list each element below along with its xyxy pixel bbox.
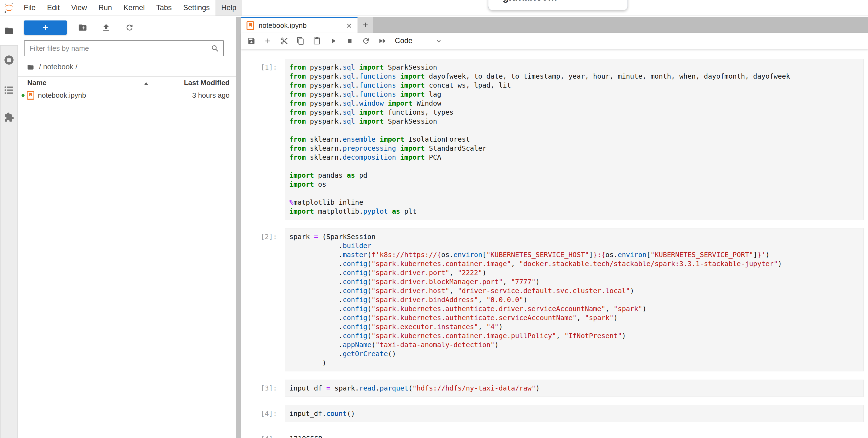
paste-cells-button[interactable] [309, 33, 325, 49]
code-line: .config("spark.kubernetes.container.imag… [289, 331, 859, 340]
filter-files-box [24, 40, 224, 56]
panel-splitter[interactable] [236, 17, 241, 438]
menu-tabs[interactable]: Tabs [151, 0, 178, 16]
menu-edit[interactable]: Edit [41, 0, 66, 16]
code-line [289, 126, 859, 135]
file-browser-toolbar [18, 20, 236, 35]
sidebar-tab-running-kernels[interactable] [1, 52, 18, 68]
restart-kernel-button[interactable] [358, 33, 374, 49]
interrupt-kernel-button[interactable] [341, 33, 358, 49]
restart-icon [362, 37, 370, 45]
run-cell-button[interactable] [325, 33, 341, 49]
copy-cells-button[interactable] [292, 33, 309, 49]
file-list-header: Name Last Modified [18, 77, 236, 89]
cell-type-select[interactable]: Code [395, 36, 412, 45]
code-line: from pyspark.sql.functions import lag [289, 90, 859, 99]
new-launcher-button[interactable] [24, 21, 67, 35]
chevron-down-icon[interactable] [435, 37, 442, 45]
menu-file[interactable]: File [18, 0, 41, 16]
code-editor[interactable]: input_df = spark.read.parquet("hdfs://hd… [285, 380, 864, 397]
plus-icon [362, 21, 369, 29]
save-button[interactable] [243, 33, 259, 49]
refresh-file-list-button[interactable] [122, 21, 137, 35]
code-line: from pyspark.sql.functions import concat… [289, 81, 859, 90]
code-line: .config("spark.driver.blockManager.port"… [289, 277, 859, 286]
code-line: from sklearn.preprocessing import Standa… [289, 144, 859, 153]
github-hover-popup: github.com [488, 0, 628, 10]
file-name: notebook.ipynb [38, 91, 86, 99]
upload-button[interactable] [98, 21, 114, 35]
sidebar-tab-extension-manager[interactable] [1, 109, 18, 126]
new-folder-button[interactable] [75, 21, 90, 35]
cell-input-prompt: [2]: [241, 228, 285, 241]
code-line: from sklearn.decomposition import PCA [289, 153, 859, 162]
file-list-item-notebook[interactable]: notebook.ipynb 3 hours ago [18, 90, 236, 101]
upload-icon [101, 23, 111, 32]
puzzle-icon [4, 112, 14, 122]
tab-title: notebook.ipynb [258, 21, 307, 30]
menu-bar: File Edit View Run Kernel Tabs Settings … [0, 0, 868, 16]
list-icon [4, 85, 14, 95]
restart-run-all-button[interactable] [374, 33, 391, 49]
plus-icon [41, 24, 50, 32]
sidebar-tab-file-browser[interactable] [1, 22, 18, 39]
menu-kernel[interactable]: Kernel [118, 0, 151, 16]
column-header-last-modified[interactable]: Last Modified [160, 79, 236, 87]
code-cell: [4]:input_df.count() [241, 405, 868, 422]
jupyterlab-window: { "menubar": { "items": ["File", "Edit",… [0, 0, 868, 438]
code-editor[interactable]: input_df.count() [285, 405, 864, 422]
notebook-toolbar: Code [241, 33, 868, 49]
notebook-content[interactable]: [1]:from pyspark.sql import SparkSession… [241, 50, 868, 438]
code-line: from pyspark.sql.window import Window [289, 99, 859, 108]
cell-input-prompt: [3]: [241, 380, 285, 393]
stop-circle-icon [4, 55, 14, 65]
menu-settings[interactable]: Settings [178, 0, 216, 16]
file-last-modified: 3 hours ago [86, 91, 236, 99]
search-icon [211, 44, 219, 53]
code-line: .config("spark.driver.port", "2222") [289, 268, 859, 277]
menu-help[interactable]: Help [215, 0, 242, 16]
code-line: from pyspark.sql import SparkSession [289, 63, 859, 72]
file-browser-panel: / notebook / Name Last Modified notebook… [18, 17, 236, 438]
refresh-icon [125, 23, 134, 32]
paste-icon [313, 37, 321, 45]
stop-icon [345, 37, 354, 45]
code-line: from pyspark.sql.functions import dayofw… [289, 72, 859, 81]
filter-files-input[interactable] [25, 41, 223, 56]
code-editor[interactable]: spark = (SparkSession .builder .master(f… [285, 228, 864, 372]
menu-run[interactable]: Run [93, 0, 118, 16]
code-line: .builder [289, 241, 859, 250]
folder-icon [4, 26, 14, 36]
code-line: .config("spark.driver.bindAddress", "0.0… [289, 295, 859, 304]
code-line: from pyspark.sql import functions, types [289, 108, 859, 117]
column-header-name[interactable]: Name [18, 77, 160, 89]
tab-notebook-ipynb[interactable]: notebook.ipynb [241, 17, 358, 33]
code-line: input_df = spark.read.parquet("hdfs://hd… [289, 384, 859, 393]
code-line: ) [289, 358, 859, 367]
output-text: 12106669 [285, 430, 864, 438]
code-line: .master(f'k8s://https://{os.environ["KUB… [289, 250, 859, 259]
jupyter-logo-icon [4, 1, 14, 14]
dock-tab-bar: notebook.ipynb [241, 17, 868, 33]
close-tab-icon[interactable] [345, 22, 352, 29]
code-line: .config("spark.driver.host", "driver-ser… [289, 286, 859, 295]
plus-icon [264, 37, 272, 45]
code-editor[interactable]: from pyspark.sql import SparkSessionfrom… [285, 59, 864, 220]
copy-icon [297, 37, 305, 45]
cut-cells-button[interactable] [276, 33, 292, 49]
code-line: import matplotlib.pyplot as plt [289, 207, 859, 216]
insert-cell-button[interactable] [259, 33, 276, 49]
code-line: from sklearn.ensemble import IsolationFo… [289, 135, 859, 144]
play-icon [329, 37, 337, 45]
output-prompt: [4]: [241, 430, 285, 438]
code-line [289, 189, 859, 198]
breadcrumb[interactable]: / notebook / [27, 63, 78, 71]
code-line: .config("spark.executor.instances", "4") [289, 322, 859, 331]
menu-view[interactable]: View [65, 0, 93, 16]
new-tab-button[interactable] [358, 17, 373, 33]
sidebar-tab-table-of-contents[interactable] [1, 82, 18, 98]
activity-bar [0, 17, 18, 438]
notebook-file-icon [27, 91, 34, 99]
notebook-dock-panel: notebook.ipynb [241, 17, 868, 438]
scissors-icon [280, 37, 288, 45]
